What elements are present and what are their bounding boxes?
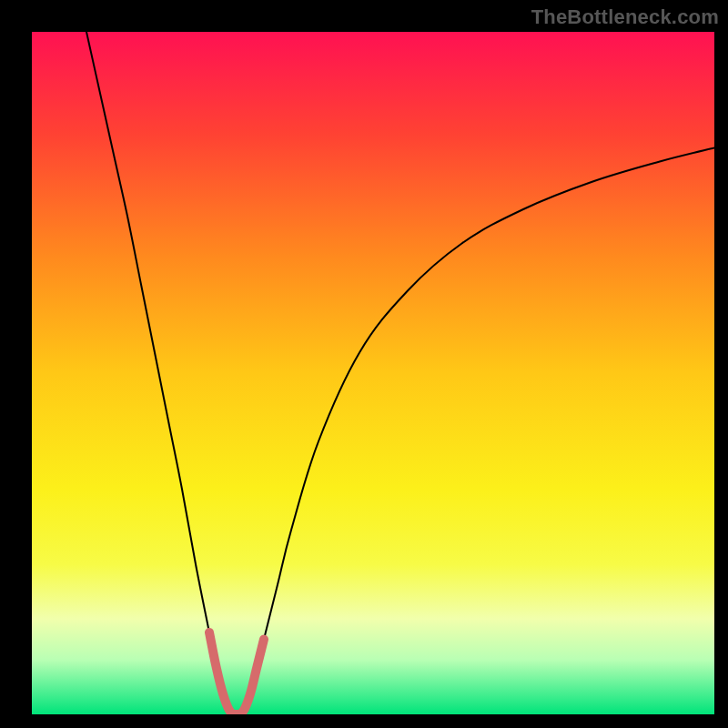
bottleneck-highlight xyxy=(209,632,264,714)
plot-area xyxy=(32,32,714,714)
chart-container: TheBottleneck.com xyxy=(0,0,728,728)
bottleneck-curve xyxy=(86,32,714,714)
curve-layer xyxy=(32,32,714,714)
watermark-text: TheBottleneck.com xyxy=(531,5,719,29)
